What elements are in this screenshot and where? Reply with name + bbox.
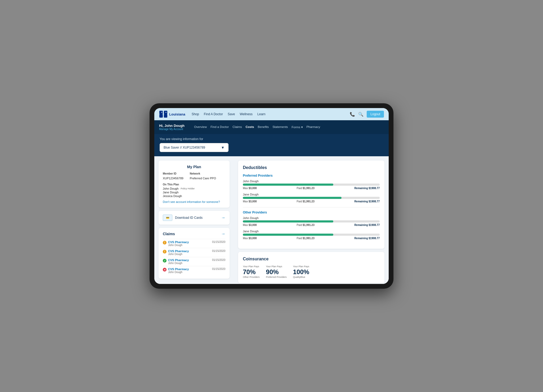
claim-pharmacy-3: CVS Pharmacy [168,259,189,262]
claim-status-dot-3: ✓ [163,259,167,262]
coinsurance-type-1: Other Providers [243,276,260,278]
other-member-2-max: Max $3,000 [243,237,257,240]
id-card-icon: 💳 [163,215,172,221]
other-member-2-amounts: Max $3,000 Paid $1,991.23 Remaining $190… [243,237,380,240]
user-greeting: Hi, John Dough Manage My Account [159,124,185,131]
arrow-right-icon: → [221,215,225,220]
preferred-member-2-amounts: Max $3,000 Paid $1,991.23 Remaining $190… [243,200,380,203]
claim-person-3: John Dough [168,262,189,265]
claims-arrow-icon[interactable]: → [221,231,225,236]
preferred-member-2-fill [243,197,341,199]
nav-shop[interactable]: Shop [192,112,199,116]
coinsurance-item-3: Your Plan Pays 100% QualityBlue [293,265,309,278]
coinsurance-title: Coinsurance [243,257,380,261]
coinsurance-type-2: Preferred Providers [266,276,287,278]
other-member-2-fill [243,234,333,236]
my-plan-title: My Plan [163,165,225,169]
chevron-down-icon: ▼ [221,145,225,150]
nav-wellness[interactable]: Wellness [240,112,252,116]
search-icon[interactable]: 🔍 [358,112,364,117]
deductibles-title: Deductibles [243,165,380,170]
nav-pharmacy[interactable]: Pharmacy [306,125,320,129]
nav-costs[interactable]: Costs [246,125,254,129]
plan-detail-row: Member ID XUP123456789 Network Preferred… [163,172,225,180]
on-plan-section: On This Plan John Dough Policy Holder Ja… [163,183,225,198]
top-nav-icons: 📞 🔍 Logout [350,111,384,118]
claims-header: Claims → [163,231,225,236]
svg-rect-3 [164,114,167,118]
secondary-nav: Hi, John Dough Manage My Account Overvie… [154,120,389,134]
other-member-2-paid: Paid $1,991.23 [297,237,314,240]
nav-forms[interactable]: Forms ▾ [292,125,303,129]
member-name-1: John Dough [163,187,178,190]
claim-pharmacy-2: CVS Pharmacy [168,250,189,253]
nav-statements[interactable]: Statements [273,125,288,129]
logout-button[interactable]: Logout [367,111,384,118]
nav-find-a-doctor[interactable]: Find a Doctor [211,125,229,129]
nav-save[interactable]: Save [228,112,235,116]
preferred-member-1-paid: Paid $1,991.23 [297,187,314,190]
coinsurance-item-1: Your Plan Pays 70% Other Providers [243,265,260,278]
claim-item-2[interactable]: ! CVS Pharmacy John Dough 01/15/2020 [163,248,225,257]
nav-overview[interactable]: Overview [194,125,207,129]
claim-date-4: 01/15/2020 [212,268,225,270]
member-name-3: Jessica Dough [163,194,182,198]
claim-date-1: 01/15/2020 [212,240,225,243]
preferred-member-2-name: Jane Dough [243,193,380,196]
other-member-2-name: Jane Dough [243,230,380,233]
coinsurance-item-2: Your Plan Pays 90% Preferred Providers [266,265,287,278]
other-member-2-progress-bar [243,234,380,236]
other-member-2-remaining: Remaining $1908.77 [354,237,380,240]
other-member-2: Jane Dough Max $3,000 Paid $1,991.23 Rem… [243,230,380,240]
claim-info-3: CVS Pharmacy John Dough [168,259,189,265]
other-member-1: John Dough Max $3,000 Paid $1,991.23 Rem… [243,216,380,226]
other-member-1-progress-bar [243,220,380,222]
main-content: My Plan Member ID XUP123456789 Network P… [154,156,389,284]
plan-select-value: Blue Saver // XUP123456789 [164,146,205,149]
on-plan-label: On This Plan [163,183,225,186]
preferred-member-2: Jane Dough Max $3,000 Paid $1,991.23 Rem… [243,193,380,203]
claim-status-dot-2: ! [163,250,167,253]
download-id-card-button[interactable]: 💳 Download ID Cards → [159,211,230,225]
claim-info-2: CVS Pharmacy John Dough [168,250,189,256]
preferred-member-2-paid: Paid $1,991.23 [297,200,314,203]
claim-left-2: ! CVS Pharmacy John Dough [163,250,189,256]
claim-item-4[interactable]: ✕ CVS Pharmacy John Dough 01/15/2020 [163,266,225,275]
nav-claims[interactable]: Claims [233,125,242,129]
claim-item-3[interactable]: ✓ CVS Pharmacy John Dough 01/15/2020 [163,257,225,266]
other-providers-section: Other Providers John Dough Max $3,000 Pa… [243,211,380,240]
preferred-member-1-remaining: Remaining $1908.77 [354,187,380,190]
dont-see-link[interactable]: Don't see account information for someon… [163,200,225,203]
plan-select-dropdown[interactable]: Blue Saver // XUP123456789 ▼ [160,143,229,152]
phone-icon[interactable]: 📞 [350,112,355,117]
logo-area: Louisiana [159,110,185,118]
nav-find-doctor[interactable]: Find A Doctor [204,112,223,116]
manage-account-link[interactable]: Manage My Account [159,128,185,131]
greeting-text: Hi, John Dough [159,124,185,128]
other-member-1-remaining: Remaining $1908.77 [354,224,380,226]
claims-card: Claims → ! CVS Pharmacy John Dough 01/15… [159,228,230,279]
coinsurance-sublabel-3: Your Plan Pays [293,265,309,268]
logo-text: Louisiana [169,112,185,116]
nav-learn[interactable]: Learn [257,112,266,116]
coinsurance-pct-2: 90% [266,268,287,276]
deductibles-card: Deductibles Preferred Providers John Dou… [238,161,384,249]
preferred-member-1-progress-bar [243,184,380,186]
claim-item-1[interactable]: ! CVS Pharmacy John Dough 01/15/2020 [163,239,225,248]
other-member-1-max: Max $3,000 [243,224,257,226]
member-role-1: Policy Holder [181,187,195,190]
nav-benefits[interactable]: Benefits [258,125,269,129]
preferred-providers-section: Preferred Providers John Dough Max $3,00… [243,174,380,203]
tablet-frame: Louisiana Shop Find A Doctor Save Wellne… [150,103,393,289]
preferred-member-1-fill [243,184,333,186]
claims-title: Claims [163,232,175,236]
network-col: Network Preferred Care PPO [190,172,216,180]
other-member-1-paid: Paid $1,991.23 [297,224,314,226]
claim-left-3: ✓ CVS Pharmacy John Dough [163,259,189,265]
preferred-member-2-max: Max $3,000 [243,200,257,203]
viewing-bar: You are viewing information for Blue Sav… [154,134,389,156]
member-row-3: Jessica Dough [163,194,225,198]
preferred-member-1-max: Max $3,000 [243,187,257,190]
claim-pharmacy-1: CVS Pharmacy [168,240,189,244]
preferred-member-1: John Dough Max $3,000 Paid $1,991.23 Rem… [243,180,380,190]
